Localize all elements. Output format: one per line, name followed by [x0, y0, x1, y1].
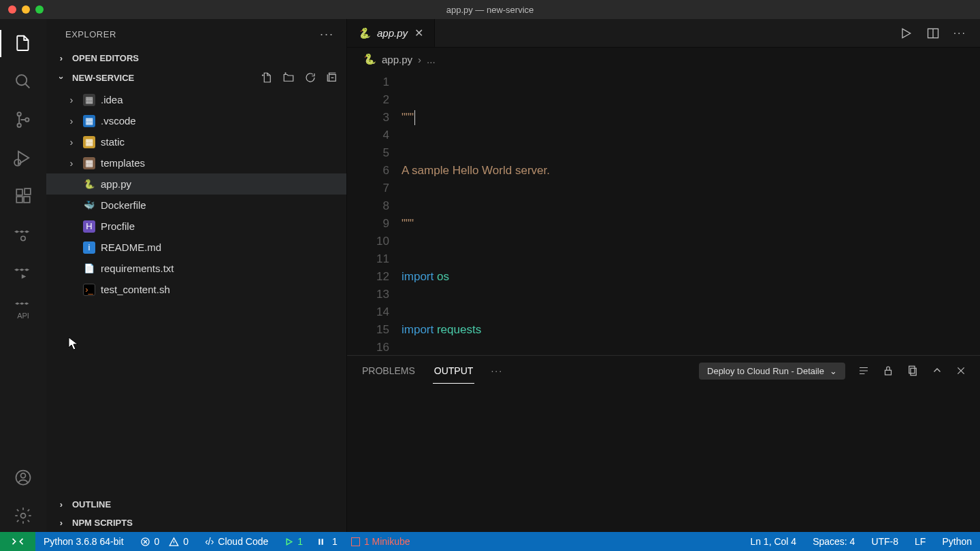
- open-log-icon[interactable]: [906, 365, 919, 377]
- chevron-down-icon: ⌄: [830, 366, 837, 376]
- activity-scm[interactable]: [7, 103, 39, 136]
- sidebar-more-icon[interactable]: ···: [320, 27, 334, 41]
- split-editor-icon[interactable]: [926, 27, 940, 40]
- collapse-all-icon[interactable]: [326, 71, 338, 84]
- activity-cloud-api[interactable]: API: [7, 294, 39, 327]
- status-minikube[interactable]: 1 Minikube: [343, 532, 419, 551]
- panel-tab-output[interactable]: OUTPUT: [433, 358, 475, 384]
- breadcrumb-sep: ›: [418, 54, 421, 65]
- tree-label: Dockerfile: [101, 199, 146, 211]
- lock-scroll-icon[interactable]: [882, 365, 894, 377]
- sidebar-title: EXPLORER: [65, 29, 116, 39]
- activity-settings[interactable]: [7, 499, 39, 532]
- pause-icon: [316, 537, 325, 546]
- status-language[interactable]: Python: [934, 536, 980, 547]
- cloud-api-icon: [15, 301, 31, 310]
- window-title: app.py — new-service: [0, 5, 980, 15]
- tree-label: static: [101, 136, 125, 148]
- panel-more-icon[interactable]: ···: [491, 365, 503, 376]
- activity-accounts[interactable]: [7, 461, 39, 494]
- new-file-icon[interactable]: [261, 71, 273, 84]
- window-close-button[interactable]: [8, 5, 16, 14]
- output-channel-select[interactable]: Deploy to Cloud Run - Detaile ⌄: [699, 363, 845, 380]
- tree-label: .idea: [101, 94, 123, 105]
- activity-debug[interactable]: [7, 141, 39, 174]
- status-eol[interactable]: LF: [906, 536, 934, 547]
- editor-area: 🐍 app.py ✕ ··· 🐍 app.py › ... 1234567891: [347, 19, 980, 532]
- files-icon: [13, 33, 33, 54]
- status-cursor-position[interactable]: Ln 1, Col 4: [742, 536, 804, 547]
- section-open-editors[interactable]: › OPEN EDITORS: [46, 49, 346, 67]
- tree-folder-vscode[interactable]: ›▦.vscode: [46, 110, 346, 131]
- svg-point-11: [21, 473, 26, 478]
- window-zoom-button[interactable]: [35, 5, 44, 14]
- activity-explorer[interactable]: [7, 27, 39, 60]
- code-editor[interactable]: 12345678910111213141516 """ A sample Hel…: [347, 71, 980, 355]
- collapse-panel-icon[interactable]: [931, 365, 943, 377]
- file-tree: ›▦.idea ›▦.vscode ›▦static ›▦templates 🐍…: [46, 88, 346, 307]
- extensions-icon: [14, 187, 32, 205]
- tree-folder-idea[interactable]: ›▦.idea: [46, 89, 346, 110]
- status-encoding[interactable]: UTF-8: [863, 536, 906, 547]
- status-cloud-code[interactable]: ‹/›Cloud Code: [197, 532, 276, 551]
- line-numbers: 12345678910111213141516: [347, 73, 402, 355]
- mouse-cursor-icon: [68, 337, 79, 350]
- folder-icon: ▦: [83, 115, 95, 127]
- tree-file-requirements[interactable]: 📄requirements.txt: [46, 258, 346, 279]
- status-indentation[interactable]: Spaces: 4: [804, 536, 863, 547]
- tab-app-py[interactable]: 🐍 app.py ✕: [347, 19, 435, 47]
- tree-file-app[interactable]: 🐍app.py: [46, 173, 346, 195]
- svg-rect-16: [909, 366, 915, 373]
- python-file-icon: 🐍: [358, 27, 370, 39]
- panel-tab-problems[interactable]: PROBLEMS: [361, 358, 416, 383]
- chevron-down-icon: ›: [56, 72, 67, 83]
- activity-cloud-code-settings[interactable]: [7, 218, 39, 250]
- status-problems[interactable]: 0 0: [132, 532, 197, 551]
- breadcrumb[interactable]: 🐍 app.py › ...: [347, 48, 980, 71]
- svg-rect-6: [16, 197, 22, 203]
- tab-close-icon[interactable]: ✕: [414, 27, 423, 39]
- output-channel-label: Deploy to Cloud Run - Detaile: [707, 366, 824, 376]
- section-npm-scripts[interactable]: ›NPM SCRIPTS: [46, 514, 346, 532]
- refresh-icon[interactable]: [304, 71, 316, 84]
- filter-output-icon[interactable]: [858, 365, 870, 377]
- remote-indicator[interactable]: [0, 532, 35, 551]
- tree-file-procfile[interactable]: HProcfile: [46, 216, 346, 237]
- titlebar: app.py — new-service: [0, 0, 980, 19]
- error-icon: [140, 537, 150, 547]
- chevron-right-icon: ›: [56, 499, 67, 510]
- status-running[interactable]: 1: [276, 532, 311, 551]
- window-minimize-button[interactable]: [22, 5, 30, 14]
- tree-file-readme[interactable]: iREADME.md: [46, 237, 346, 258]
- docker-file-icon: 🐳: [83, 199, 95, 212]
- svg-rect-17: [911, 368, 916, 375]
- activity-extensions[interactable]: [7, 180, 39, 212]
- info-file-icon: i: [83, 241, 95, 254]
- run-icon[interactable]: [899, 27, 913, 40]
- folder-icon: ▦: [83, 94, 95, 106]
- chevron-right-icon: ›: [56, 53, 67, 63]
- tree-file-dockerfile[interactable]: 🐳Dockerfile: [46, 195, 346, 216]
- section-outline[interactable]: ›OUTLINE: [46, 495, 346, 514]
- tree-label: app.py: [101, 178, 131, 190]
- tree-label: templates: [101, 157, 145, 169]
- status-paused[interactable]: 1: [311, 532, 343, 551]
- section-outline-label: OUTLINE: [72, 499, 111, 510]
- tree-folder-templates[interactable]: ›▦templates: [46, 152, 346, 173]
- editor-tabs: 🐍 app.py ✕ ···: [347, 19, 980, 48]
- chevron-right-icon: ›: [56, 518, 67, 528]
- python-file-icon: 🐍: [363, 53, 376, 65]
- editor-more-icon[interactable]: ···: [953, 27, 966, 39]
- tree-file-test-sh[interactable]: ›_test_content.sh: [46, 279, 346, 300]
- tree-folder-static[interactable]: ›▦static: [46, 131, 346, 152]
- new-folder-icon[interactable]: [282, 71, 295, 84]
- section-project-label: NEW-SERVICE: [72, 73, 134, 83]
- section-project[interactable]: › NEW-SERVICE: [46, 67, 346, 88]
- svg-point-12: [21, 514, 26, 518]
- remote-icon: [11, 537, 24, 546]
- status-bar: Python 3.6.8 64-bit 0 0 ‹/›Cloud Code 1 …: [0, 532, 980, 551]
- activity-search[interactable]: [7, 65, 39, 98]
- activity-cloud-code-run[interactable]: [7, 256, 39, 288]
- close-panel-icon[interactable]: [956, 365, 966, 376]
- status-python[interactable]: Python 3.6.8 64-bit: [35, 532, 132, 551]
